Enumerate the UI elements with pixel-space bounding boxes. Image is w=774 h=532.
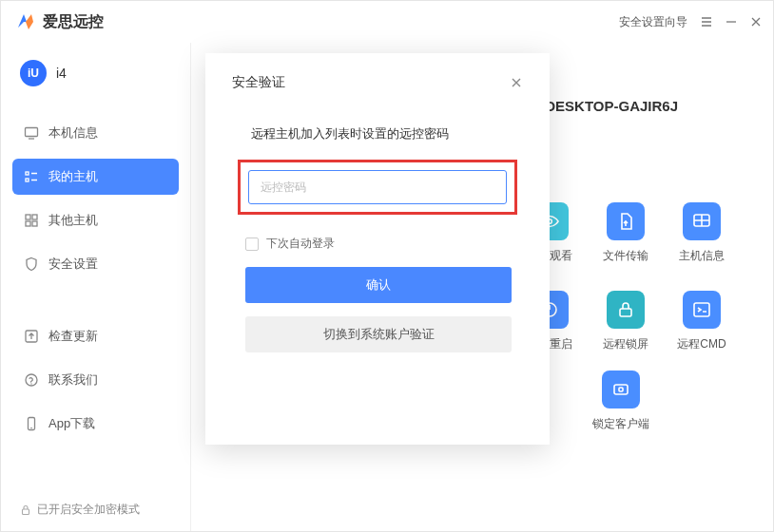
svg-rect-0 xyxy=(26,128,38,137)
action-label: 主机信息 xyxy=(679,248,725,264)
close-icon xyxy=(511,77,522,88)
modal-subtitle: 远程主机加入列表时设置的远控密码 xyxy=(251,125,523,142)
sidebar-item-label: 其他主机 xyxy=(48,212,98,229)
grid-icon xyxy=(24,213,39,228)
sidebar-item-label: 联系我们 xyxy=(48,371,98,389)
app-title: 爱思远控 xyxy=(43,12,104,32)
action-label: 远程CMD xyxy=(677,336,726,352)
sidebar-item-update[interactable]: 检查更新 xyxy=(12,318,179,354)
phone-icon xyxy=(24,416,39,431)
svg-rect-2 xyxy=(26,179,29,181)
modal-title: 安全验证 xyxy=(232,74,285,91)
sidebar-item-security[interactable]: 安全设置 xyxy=(12,246,179,282)
list-icon xyxy=(24,169,39,184)
svg-rect-3 xyxy=(26,215,30,219)
sidebar-item-my-hosts[interactable]: 我的主机 xyxy=(12,159,179,195)
host-name: DESKTOP-GAJIR6J xyxy=(545,98,678,114)
svg-rect-11 xyxy=(23,509,29,515)
password-highlight-box xyxy=(238,160,517,215)
menu-icon[interactable] xyxy=(701,16,712,28)
confirm-button[interactable]: 确认 xyxy=(245,267,512,303)
lock-icon xyxy=(20,504,31,516)
app-logo: 爱思远控 xyxy=(12,10,104,34)
svg-rect-6 xyxy=(32,221,37,226)
action-grid: 远程观看 文件传输 主机信息 xyxy=(520,202,731,352)
help-icon xyxy=(24,372,39,388)
sidebar-item-other-hosts[interactable]: 其他主机 xyxy=(12,202,179,238)
user-avatar: iU xyxy=(20,60,47,86)
sidebar-item-app-download[interactable]: App下载 xyxy=(12,406,179,442)
lock-icon xyxy=(607,291,645,329)
svg-rect-18 xyxy=(619,388,623,391)
svg-rect-4 xyxy=(32,215,37,219)
minimize-icon[interactable] xyxy=(726,16,737,28)
svg-rect-17 xyxy=(614,385,628,394)
sidebar-item-label: 我的主机 xyxy=(48,168,98,185)
shield-icon xyxy=(24,256,39,272)
encryption-status: 已开启安全加密模式 xyxy=(1,492,190,531)
upload-icon xyxy=(24,329,39,344)
close-icon[interactable] xyxy=(750,16,762,28)
remote-password-input[interactable] xyxy=(248,170,507,204)
switch-auth-button[interactable]: 切换到系统账户验证 xyxy=(245,316,512,352)
action-remote-cmd[interactable]: 远程CMD xyxy=(672,291,731,352)
action-remote-lock[interactable]: 远程锁屏 xyxy=(596,291,655,352)
encryption-status-label: 已开启安全加密模式 xyxy=(37,502,140,518)
auto-login-checkbox[interactable] xyxy=(245,238,259,251)
info-icon xyxy=(683,202,721,240)
action-lock-client[interactable]: 锁定客户端 xyxy=(592,370,649,432)
sidebar-item-label: App下载 xyxy=(48,415,95,432)
sidebar-item-label: 安全设置 xyxy=(48,256,98,273)
security-wizard-link[interactable]: 安全设置向导 xyxy=(619,14,687,30)
action-label: 锁定客户端 xyxy=(592,416,649,432)
auto-login-label: 下次自动登录 xyxy=(266,236,335,252)
monitor-icon xyxy=(24,125,39,141)
user-name: i4 xyxy=(56,66,67,81)
svg-rect-5 xyxy=(26,221,30,226)
sidebar: iU i4 本机信息 我的主机 其他主机 xyxy=(1,43,191,531)
action-file-transfer[interactable]: 文件传输 xyxy=(596,202,655,264)
sidebar-item-contact[interactable]: 联系我们 xyxy=(12,362,179,398)
action-host-info[interactable]: 主机信息 xyxy=(672,202,731,264)
svg-rect-1 xyxy=(26,172,29,175)
sidebar-item-label: 本机信息 xyxy=(48,124,98,142)
sidebar-item-label: 检查更新 xyxy=(48,328,98,345)
svg-point-10 xyxy=(30,428,32,429)
action-label: 远程锁屏 xyxy=(603,336,648,352)
terminal-icon xyxy=(683,291,721,329)
sidebar-item-local-info[interactable]: 本机信息 xyxy=(12,115,179,151)
logo-icon xyxy=(12,10,37,34)
titlebar: 爱思远控 安全设置向导 xyxy=(1,1,773,43)
user-block[interactable]: iU i4 xyxy=(1,47,190,98)
action-label: 文件传输 xyxy=(603,248,648,264)
file-icon xyxy=(607,202,645,240)
modal-close-button[interactable] xyxy=(510,76,523,89)
lock-client-icon xyxy=(602,370,640,408)
svg-rect-15 xyxy=(620,309,631,316)
security-verify-modal: 安全验证 远程主机加入列表时设置的远控密码 下次自动登录 确认 切换到系统账户验… xyxy=(205,53,550,445)
